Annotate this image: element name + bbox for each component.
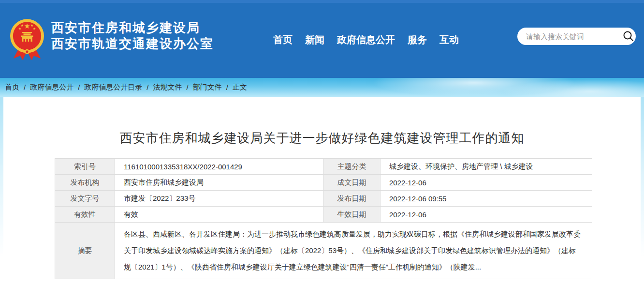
national-emblem-logo: [7, 17, 47, 61]
meta-label-written-date: 成文日期: [323, 175, 381, 191]
article-card: 西安市住房和城乡建设局关于进一步做好绿色建筑建设管理工作的通知 索引号 1161…: [3, 97, 641, 285]
nav-gov-info-disclosure[interactable]: 政府信息公开: [337, 33, 395, 46]
breadcrumb-separator: /: [78, 83, 80, 91]
main-nav: 首页 新闻 政府信息公开 服务 互动: [273, 33, 459, 46]
breadcrumb-separator: /: [226, 83, 228, 91]
meta-value-written-date: 2022-12-06: [381, 175, 592, 191]
meta-label-issuing-agency: 发布机构: [55, 175, 115, 191]
meta-label-abstract: 摘要: [55, 223, 115, 279]
breadcrumb-regulation-files[interactable]: 法规文件: [153, 83, 182, 92]
nav-interaction[interactable]: 互动: [439, 33, 459, 46]
meta-label-topic-category: 主题分类: [323, 159, 381, 175]
page: 西安市住房和城乡建设局 西安市轨道交通建设办公室 首页 新闻 政府信息公开 服务…: [0, 0, 644, 285]
breadcrumb-home[interactable]: 首页: [5, 83, 19, 92]
meta-value-topic-category: 城乡建设、环境保护、房地产管理 \ 城乡建设: [381, 159, 592, 175]
meta-value-abstract: 各区县、西咸新区、各开发区住建局：为进一步推动我市绿色建筑高质量发展，助力实现双…: [115, 223, 592, 279]
header-top-strip: [0, 0, 644, 3]
meta-value-document-number: 市建发〔2022〕233号: [115, 191, 323, 207]
breadcrumb-department-files[interactable]: 部门文件: [193, 83, 222, 92]
meta-label-document-number: 发文字号: [55, 191, 115, 207]
nav-home[interactable]: 首页: [273, 33, 293, 46]
search-box: [517, 28, 636, 45]
breadcrumb-gov-info-catalog[interactable]: 政府信息公开目录: [84, 83, 142, 92]
meta-value-effective-date: 2022-12-06: [381, 207, 592, 223]
breadcrumb-separator: /: [146, 83, 148, 91]
nav-services[interactable]: 服务: [408, 33, 427, 46]
breadcrumb-current: 正文: [233, 83, 247, 92]
breadcrumb-band: 首页 / 政府信息公开 / 政府信息公开目录 / 法规文件 / 部门文件 / 正…: [0, 78, 644, 97]
site-title: 西安市住房和城乡建设局 西安市轨道交通建设办公室: [51, 20, 214, 52]
search-icon: [622, 30, 635, 43]
meta-label-publish-date: 发布日期: [323, 191, 381, 207]
nav-news[interactable]: 新闻: [305, 33, 324, 46]
breadcrumb-separator: /: [187, 83, 189, 91]
site-title-line2: 西安市轨道交通建设办公室: [51, 36, 214, 52]
meta-label-effective-date: 生效日期: [323, 207, 381, 223]
breadcrumb-separator: /: [24, 83, 26, 91]
content-background: 西安市住房和城乡建设局关于进一步做好绿色建筑建设管理工作的通知 索引号 1161…: [0, 97, 644, 285]
site-title-line1: 西安市住房和城乡建设局: [51, 20, 214, 36]
site-header: 西安市住房和城乡建设局 西安市轨道交通建设办公室 首页 新闻 政府信息公开 服务…: [0, 0, 644, 78]
meta-label-validity: 有效性: [55, 207, 115, 223]
meta-label-index-number: 索引号: [55, 159, 115, 175]
meta-value-publish-date: 2022-12-06 09:55: [381, 191, 592, 207]
national-emblem-icon: [7, 17, 47, 61]
search-input[interactable]: [517, 28, 622, 45]
breadcrumb: 首页 / 政府信息公开 / 政府信息公开目录 / 法规文件 / 部门文件 / 正…: [5, 78, 247, 97]
meta-value-validity: 有效: [115, 207, 323, 223]
document-meta-table: 索引号 1161010001335318XX/2022-001429 主题分类 …: [55, 158, 592, 279]
document-title: 西安市住房和城乡建设局关于进一步做好绿色建筑建设管理工作的通知: [3, 97, 641, 147]
breadcrumb-gov-info[interactable]: 政府信息公开: [30, 83, 73, 92]
meta-value-index-number: 1161010001335318XX/2022-001429: [115, 159, 323, 175]
search-button[interactable]: [622, 28, 636, 45]
meta-value-issuing-agency: 西安市住房和城乡建设局: [115, 175, 323, 191]
